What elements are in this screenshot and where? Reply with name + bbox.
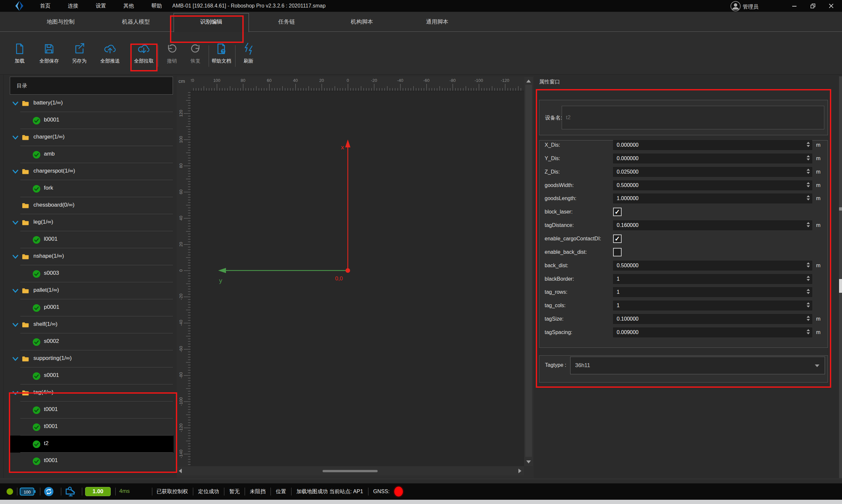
spin-up-icon[interactable] (807, 195, 810, 197)
spin-up-icon[interactable] (807, 142, 810, 144)
spinner-tag-size[interactable] (807, 316, 810, 321)
restore-button[interactable] (807, 1, 819, 11)
toolbar-help-doc[interactable]: ?帮助文档 (206, 42, 237, 64)
tree-item-s0003[interactable]: s0003 (10, 265, 174, 282)
tagtype-dropdown[interactable]: 36h11 (570, 357, 825, 374)
toolbar-load[interactable]: 加载 (4, 42, 35, 64)
spinner-goods-length[interactable] (807, 195, 810, 200)
prop-field-tag-size[interactable]: 0.100000 (613, 314, 812, 324)
user-menu[interactable]: 管理员 (730, 1, 758, 13)
tree-folder-supporting[interactable]: supporting(1/∞) (10, 350, 174, 367)
spinner-back-dist[interactable] (807, 262, 810, 268)
tree-folder-tag[interactable]: tag(4/∞) (10, 384, 174, 401)
scroll-right-arrow[interactable] (518, 469, 521, 473)
spin-up-icon[interactable] (807, 222, 810, 224)
spin-up-icon[interactable] (807, 169, 810, 170)
spin-down-icon[interactable] (807, 225, 810, 227)
prop-field-tag-spacing[interactable]: 0.009000 (613, 327, 812, 337)
tree-item-t2[interactable]: t2 (10, 435, 174, 453)
tab-map-control[interactable]: 地图与控制 (23, 12, 98, 32)
menu-other[interactable]: 其他 (122, 3, 135, 10)
spin-up-icon[interactable] (807, 329, 810, 331)
spin-up-icon[interactable] (807, 316, 810, 318)
chevron-down-icon[interactable] (13, 101, 18, 107)
tree-folder-pallet[interactable]: pallet(1/∞) (10, 282, 174, 299)
spin-down-icon[interactable] (807, 319, 810, 321)
tree-item-l0001[interactable]: l0001 (10, 231, 174, 248)
tab-recognition-edit[interactable]: 识别编辑 (174, 13, 249, 32)
menu-home[interactable]: 首页 (39, 3, 52, 10)
tree-folder-chargerspot[interactable]: chargerspot(1/∞) (10, 163, 174, 180)
prop-checkbox-block-laser[interactable]: ✓ (613, 208, 622, 216)
spinner-y-dis[interactable] (807, 155, 810, 160)
spinner-z-dis[interactable] (807, 169, 810, 174)
spin-up-icon[interactable] (807, 262, 810, 264)
scroll-up-arrow[interactable] (526, 79, 531, 83)
spin-down-icon[interactable] (807, 306, 810, 307)
toolbar-push-all[interactable]: 全部推送 (94, 42, 126, 64)
tree-item-p0001[interactable]: p0001 (10, 299, 174, 316)
spinner-tag-rows[interactable] (807, 289, 810, 294)
tree-item-t0001-b[interactable]: t0001 (10, 418, 174, 435)
prop-field-back-dist[interactable]: 0.500000 (613, 261, 812, 270)
prop-field-tag-cols[interactable]: 1 (613, 301, 812, 310)
tree-item-s0001[interactable]: s0001 (10, 367, 174, 384)
prop-field-x-dis[interactable]: 0.000000 (613, 140, 812, 150)
chevron-down-icon[interactable] (13, 391, 18, 397)
spinner-tag-distance[interactable] (807, 222, 810, 227)
canvas-horizontal-scrollbar[interactable] (177, 467, 524, 475)
tab-robot-model[interactable]: 机器人模型 (98, 12, 174, 32)
menu-connect[interactable]: 连接 (67, 3, 79, 10)
chevron-down-icon[interactable] (13, 169, 18, 175)
chevron-down-icon[interactable] (13, 323, 18, 328)
chevron-down-icon[interactable] (13, 357, 18, 362)
prop-field-tag-rows[interactable]: 1 (613, 287, 812, 297)
spin-down-icon[interactable] (807, 159, 810, 160)
toolbar-save-as[interactable]: 另存为 (64, 42, 95, 64)
prop-field-black-border[interactable]: 1 (613, 274, 812, 284)
tree-item-amb[interactable]: amb (10, 146, 174, 163)
horizontal-scroll-thumb[interactable] (323, 470, 378, 472)
map-viewport[interactable]: x y 0,0 (191, 91, 524, 466)
spinner-goods-width[interactable] (807, 182, 810, 187)
prop-field-tag-distance[interactable]: 0.160000 (613, 220, 812, 230)
chevron-down-icon[interactable] (13, 220, 18, 226)
prop-field-y-dis[interactable]: 0.000000 (613, 154, 812, 163)
prop-checkbox-enable-cargo-contact-di[interactable]: ✓ (613, 234, 622, 243)
prop-checkbox-enable-back-dist[interactable] (613, 248, 622, 256)
spin-down-icon[interactable] (807, 292, 810, 294)
chevron-down-icon[interactable] (13, 254, 18, 260)
spin-up-icon[interactable] (807, 182, 810, 184)
spin-down-icon[interactable] (807, 185, 810, 187)
spin-down-icon[interactable] (807, 198, 810, 200)
panel-scroll-thumb[interactable] (839, 279, 842, 293)
spinner-x-dis[interactable] (807, 142, 810, 147)
spinner-black-border[interactable] (807, 276, 810, 281)
tree-item-b0001[interactable]: b0001 (10, 112, 174, 129)
spin-up-icon[interactable] (807, 302, 810, 304)
tree-item-s0002[interactable]: s0002 (10, 334, 174, 350)
tree-folder-nshape[interactable]: nshape(1/∞) (10, 248, 174, 265)
toolbar-pull-all[interactable]: 全部拉取 (128, 42, 160, 64)
tree-item-fork[interactable]: fork (10, 180, 174, 197)
spinner-tag-spacing[interactable] (807, 329, 810, 335)
tree-folder-chessboard[interactable]: chessboard(0/∞) (10, 197, 174, 214)
spin-up-icon[interactable] (807, 155, 810, 157)
spinner-tag-cols[interactable] (807, 302, 810, 307)
chevron-down-icon[interactable] (13, 289, 18, 294)
tab-mechanism-script[interactable]: 机构脚本 (324, 12, 399, 32)
tree-folder-battery[interactable]: battery(1/∞) (10, 95, 174, 112)
tree-item-t0001-a[interactable]: t0001 (10, 401, 174, 418)
spin-up-icon[interactable] (807, 289, 810, 291)
chevron-down-icon[interactable] (13, 135, 18, 141)
panel-scrollbar[interactable] (839, 76, 842, 478)
spin-up-icon[interactable] (807, 276, 810, 278)
tree-folder-charger[interactable]: charger(1/∞) (10, 129, 174, 146)
scroll-down-arrow[interactable] (526, 461, 531, 463)
menu-settings[interactable]: 设置 (94, 3, 107, 10)
close-button[interactable] (826, 1, 837, 11)
spin-down-icon[interactable] (807, 145, 810, 147)
tree-folder-shelf[interactable]: shelf(1/∞) (10, 316, 174, 334)
spin-down-icon[interactable] (807, 266, 810, 268)
spin-down-icon[interactable] (807, 172, 810, 174)
